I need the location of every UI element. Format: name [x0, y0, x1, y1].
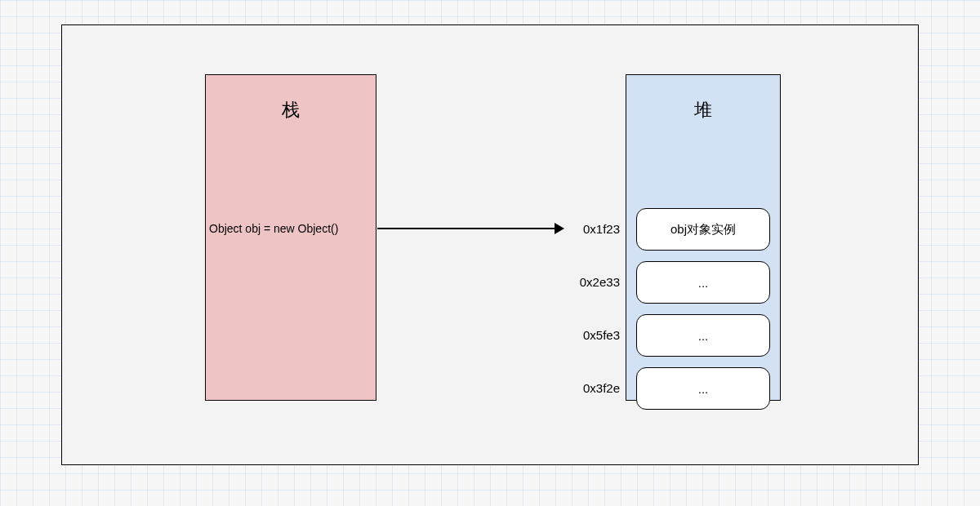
- heap-cell-2: ...: [636, 314, 770, 357]
- stack-region: 栈 Object obj = new Object(): [205, 74, 376, 401]
- heap-address-1: 0x2e33: [563, 275, 620, 289]
- stack-code-line: Object obj = new Object(): [209, 222, 338, 235]
- heap-address-3: 0x3f2e: [563, 381, 620, 395]
- heap-title: 堆: [626, 98, 780, 122]
- heap-address-2: 0x5fe3: [563, 328, 620, 342]
- heap-cell-3: ...: [636, 367, 770, 410]
- heap-address-0: 0x1f23: [563, 222, 620, 236]
- diagram-frame: 栈 Object obj = new Object() 0x1f23 0x2e3…: [61, 24, 919, 465]
- heap-region: 堆 obj对象实例 ... ... ...: [626, 74, 781, 401]
- heap-cell-1: ...: [636, 261, 770, 304]
- reference-arrow-line: [377, 228, 559, 229]
- stack-title: 栈: [206, 98, 376, 122]
- heap-cell-0: obj对象实例: [636, 208, 770, 251]
